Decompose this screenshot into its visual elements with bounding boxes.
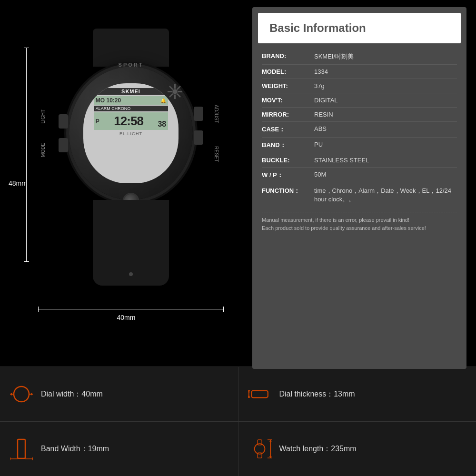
watch-case: SPORT LIGHT MODE ADJUST RESE	[69, 67, 193, 200]
info-row-0: BRAND: SKMEI/时刻美	[262, 49, 457, 65]
watch-brand-label: SKMEI	[96, 88, 166, 95]
metric-watch-length-text: Watch length：235mm	[279, 444, 357, 454]
info-value-8: 50M	[314, 171, 457, 178]
sport-label: SPORT	[119, 62, 144, 68]
metric-dial-thickness-value: 13mm	[334, 390, 355, 398]
svg-point-9	[14, 387, 29, 402]
info-row-2: WEIGHT: 37g	[262, 79, 457, 93]
reset-button[interactable]	[194, 130, 203, 145]
info-label-8: W / P：	[262, 171, 314, 179]
main-time-display: P 12:58 38	[94, 112, 168, 130]
dim-label-width: 40mm	[117, 314, 136, 321]
metric-watch-length: Watch length：235mm	[238, 422, 476, 476]
info-label-9: FUNCTION：	[262, 187, 314, 195]
info-label-4: MIRROR:	[262, 111, 314, 118]
metrics-row-1: Dial width：40mm Dial thick	[0, 367, 476, 421]
mode-button[interactable]	[59, 138, 68, 152]
info-value-7: STAINLESS STEEL	[314, 157, 457, 164]
mode-label: MODE	[40, 143, 46, 157]
info-label-0: BRAND:	[262, 52, 314, 60]
left-buttons	[59, 114, 68, 152]
info-value-1: 1334	[314, 68, 457, 75]
band-bottom	[93, 200, 169, 286]
info-content: BRAND: SKMEI/时刻美 MODEL: 1334 WEIGHT: 37g…	[252, 43, 466, 241]
watch-face: SKMEI MO 10:20 🔔 ALARM CHRONO P 12:58	[83, 83, 178, 183]
info-row-8: W / P： 50M	[262, 168, 457, 183]
page-wrapper: 48mm 40mm SPORT	[0, 0, 476, 476]
metric-watch-length-value: 235mm	[331, 445, 356, 453]
metric-dial-thickness-text: Dial thickness：13mm	[279, 389, 355, 399]
note-line-2: Each product sold to provide quality ass…	[262, 224, 457, 232]
info-panel: Basic Information BRAND: SKMEI/时刻美 MODEL…	[252, 7, 466, 369]
info-label-2: WEIGHT:	[262, 82, 314, 89]
watch-length-icon	[248, 437, 272, 461]
svg-rect-14	[251, 391, 268, 398]
band-width-icon	[10, 437, 33, 461]
svg-marker-11	[10, 393, 12, 396]
svg-rect-20	[18, 439, 25, 458]
svg-marker-13	[31, 393, 33, 396]
info-row-4: MIRROR: RESIN	[262, 108, 457, 122]
top-display-text: MO 10:20	[96, 97, 121, 104]
info-header: Basic Information	[258, 13, 461, 43]
alarm-chrono-bar: ALARM CHRONO	[94, 106, 168, 111]
svg-line-8	[169, 94, 173, 97]
info-row-7: BUCKLE: STAINLESS STEEL	[262, 153, 457, 168]
info-value-9: time，Chrono，Alarm，Date，Week，EL，12/24 hou…	[314, 187, 457, 204]
info-value-4: RESIN	[314, 111, 457, 118]
info-row-3: MOV'T: DIGITAL	[262, 93, 457, 108]
signal-icon: 🔔	[160, 98, 166, 103]
light-button[interactable]	[59, 114, 68, 129]
info-label-7: BUCKLE:	[262, 157, 314, 164]
p-label: P	[96, 118, 99, 125]
dial-thickness-icon	[248, 382, 272, 406]
svg-point-0	[172, 89, 178, 95]
metric-band-width-value: 19mm	[88, 445, 109, 453]
dial-width-icon	[10, 382, 33, 406]
adjust-button[interactable]	[194, 107, 203, 121]
info-label-6: BAND：	[262, 141, 314, 149]
info-value-2: 37g	[314, 82, 457, 89]
info-label-5: CASE：	[262, 125, 314, 134]
info-value-0: SKMEI/时刻美	[314, 52, 457, 61]
info-row-9: FUNCTION： time，Chrono，Alarm，Date，Week，EL…	[262, 183, 457, 207]
watch-top-display: MO 10:20 🔔	[94, 96, 168, 105]
reset-label: RESET	[214, 146, 219, 162]
watch-container: SPORT LIGHT MODE ADJUST RESE	[38, 29, 224, 309]
watch-side: 48mm 40mm SPORT	[0, 0, 252, 367]
metric-band-width-text: Band Width：19mm	[41, 444, 109, 454]
note-line-1: Manual measurement, if there is an error…	[262, 216, 457, 224]
svg-line-5	[169, 86, 173, 89]
vertical-dim-line	[26, 48, 27, 262]
metric-dial-thickness: Dial thickness：13mm	[238, 367, 476, 421]
svg-line-7	[177, 86, 180, 89]
svg-line-6	[177, 94, 180, 97]
metric-dial-width-value: 40mm	[81, 390, 102, 398]
seconds-value: 38	[158, 120, 166, 129]
metrics-bar: Dial width：40mm Dial thick	[0, 367, 476, 476]
info-value-6: PU	[314, 141, 457, 148]
metrics-row-2: Band Width：19mm	[0, 421, 476, 476]
main-area: 48mm 40mm SPORT	[0, 0, 476, 367]
metric-band-width-label: Band Width：	[41, 445, 88, 453]
metric-dial-width: Dial width：40mm	[0, 367, 238, 421]
band-top	[93, 29, 169, 67]
metric-dial-width-label: Dial width：	[41, 390, 81, 398]
info-row-1: MODEL: 1334	[262, 65, 457, 79]
crown-icon	[167, 83, 183, 100]
light-label: LIGHT	[40, 109, 46, 123]
info-value-5: ABS	[314, 125, 457, 132]
info-row-5: CASE： ABS	[262, 122, 457, 138]
right-buttons	[194, 107, 203, 145]
metric-dial-thickness-label: Dial thickness：	[279, 390, 334, 398]
metric-dial-width-text: Dial width：40mm	[41, 389, 103, 399]
info-label-1: MODEL:	[262, 68, 314, 75]
info-note: Manual measurement, if there is an error…	[262, 212, 457, 236]
info-label-3: MOV'T:	[262, 97, 314, 104]
adjust-label: ADJUST	[214, 105, 219, 123]
metric-band-width: Band Width：19mm	[0, 422, 238, 476]
info-title: Basic Information	[269, 21, 449, 35]
info-row-6: BAND： PU	[262, 138, 457, 153]
el-light-label: EL.LIGHT	[119, 131, 142, 136]
metric-watch-length-label: Watch length：	[279, 445, 331, 453]
